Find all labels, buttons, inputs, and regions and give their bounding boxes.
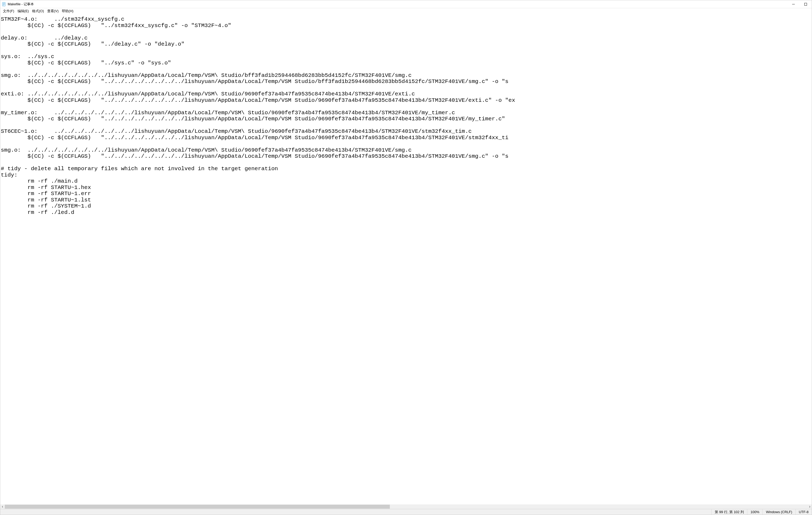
scroll-thumb[interactable] (5, 505, 390, 509)
editor-content[interactable]: STM32F~4.o: ../stm32f4xx_syscfg.c $(CC) … (0, 14, 812, 505)
status-line-ending: Windows (CRLF) (762, 509, 795, 515)
scroll-track[interactable] (5, 505, 807, 509)
menu-format[interactable]: 格式(O) (30, 8, 46, 14)
editor-area: STM32F~4.o: ../stm32f4xx_syscfg.c $(CC) … (0, 14, 812, 509)
status-encoding: UTF-8 (795, 509, 812, 515)
scroll-right-arrow[interactable] (807, 505, 812, 509)
menu-file[interactable]: 文件(F) (1, 8, 16, 14)
svg-rect-6 (805, 3, 807, 5)
statusbar: 第 99 行, 第 102 列 100% Windows (CRLF) UTF-… (0, 509, 812, 515)
svg-rect-0 (2, 2, 5, 6)
status-zoom: 100% (747, 509, 762, 515)
status-position: 第 99 行, 第 102 列 (711, 509, 747, 515)
scroll-left-arrow[interactable] (0, 505, 5, 509)
notepad-window: Makefile - 记事本 文件(F) 编辑(E) 格式(O) 查看(V) 帮… (0, 0, 812, 515)
notepad-icon (2, 2, 6, 6)
maximize-button[interactable] (800, 0, 812, 8)
menu-help[interactable]: 帮助(H) (60, 8, 75, 14)
horizontal-scrollbar[interactable] (0, 505, 812, 509)
titlebar: Makefile - 记事本 (0, 0, 812, 8)
menu-edit[interactable]: 编辑(E) (16, 8, 30, 14)
menubar: 文件(F) 编辑(E) 格式(O) 查看(V) 帮助(H) (0, 8, 812, 14)
window-title: Makefile - 记事本 (8, 2, 34, 7)
menu-view[interactable]: 查看(V) (46, 8, 60, 14)
minimize-button[interactable] (787, 0, 800, 8)
